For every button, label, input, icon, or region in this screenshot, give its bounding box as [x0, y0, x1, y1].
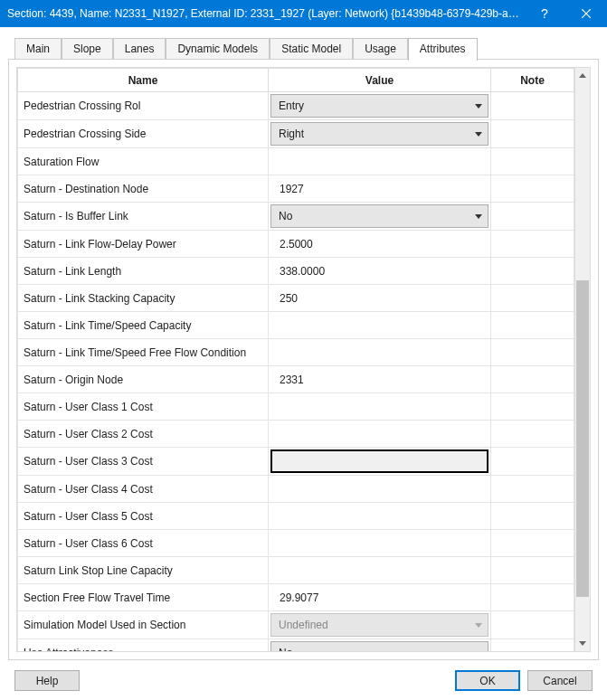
combo-box[interactable]: No: [270, 641, 488, 652]
attr-note[interactable]: [491, 557, 574, 584]
attr-value[interactable]: Undefined: [269, 611, 491, 639]
tab-lanes[interactable]: Lanes: [113, 38, 166, 60]
attr-value[interactable]: Entry: [269, 92, 491, 120]
combo-box[interactable]: No: [270, 204, 488, 228]
attr-name: Saturn - User Class 6 Cost: [18, 530, 269, 557]
table-row: Saturn - Link Length338.0000: [18, 258, 574, 285]
col-value[interactable]: Value: [269, 69, 491, 92]
attr-name: Pedestrian Crossing Side: [18, 120, 269, 148]
attr-note[interactable]: [491, 312, 574, 339]
chevron-down-icon: [475, 651, 482, 653]
tab-usage[interactable]: Usage: [353, 38, 408, 60]
table-row: Saturn - Is Buffer LinkNo: [18, 203, 574, 231]
attr-value[interactable]: No: [269, 639, 491, 653]
attr-note[interactable]: [491, 175, 574, 203]
tab-dynamic-models[interactable]: Dynamic Models: [166, 38, 270, 60]
attr-note[interactable]: [491, 584, 574, 611]
table-row: Saturn - Link Time/Speed Capacity: [18, 312, 574, 339]
table-row: Section Free Flow Travel Time29.9077: [18, 584, 574, 611]
attr-value[interactable]: [269, 448, 491, 476]
combo-box[interactable]: Right: [270, 122, 488, 146]
attr-value[interactable]: [269, 476, 491, 503]
attr-note[interactable]: [491, 611, 574, 639]
attr-note[interactable]: [491, 530, 574, 557]
scroll-down-icon[interactable]: [575, 636, 590, 651]
attr-value[interactable]: [269, 530, 491, 557]
table-row: Saturn Link Stop Line Capacity: [18, 557, 574, 584]
attr-note[interactable]: [491, 421, 574, 448]
scrollbar-thumb[interactable]: [576, 280, 589, 597]
attr-note[interactable]: [491, 448, 574, 476]
text-value: 29.9077: [276, 591, 483, 604]
table-row: Saturation Flow: [18, 148, 574, 175]
attributes-grid: Name Value Note Pedestrian Crossing RolE…: [16, 67, 575, 652]
col-note[interactable]: Note: [491, 69, 574, 92]
table-row: Saturn - Link Time/Speed Free Flow Condi…: [18, 339, 574, 366]
tab-attributes[interactable]: Attributes: [408, 38, 478, 61]
cancel-button[interactable]: Cancel: [527, 670, 593, 691]
attr-note[interactable]: [491, 285, 574, 312]
attr-value[interactable]: [269, 393, 491, 421]
attr-name: Saturn - User Class 3 Cost: [18, 448, 269, 476]
attr-value[interactable]: [269, 421, 491, 448]
attr-note[interactable]: [491, 393, 574, 421]
attr-value[interactable]: [269, 503, 491, 530]
attr-note[interactable]: [491, 366, 574, 393]
attr-value[interactable]: Right: [269, 120, 491, 148]
attr-value[interactable]: [269, 339, 491, 366]
title-bar: Section: 4439, Name: N2331_N1927, Extern…: [0, 0, 607, 27]
ok-button[interactable]: OK: [455, 670, 520, 691]
attr-name: Saturn - Origin Node: [18, 366, 269, 393]
scroll-up-icon[interactable]: [575, 68, 590, 83]
attr-name: Saturn - User Class 4 Cost: [18, 476, 269, 503]
attr-name: Saturn Link Stop Line Capacity: [18, 557, 269, 584]
attr-value[interactable]: No: [269, 203, 491, 231]
attr-note[interactable]: [491, 476, 574, 503]
attr-name: Saturn - Link Stacking Capacity: [18, 285, 269, 312]
attr-note[interactable]: [491, 639, 574, 653]
attr-name: Pedestrian Crossing Rol: [18, 92, 269, 120]
help-icon[interactable]: ?: [524, 0, 565, 27]
tab-static-model[interactable]: Static Model: [270, 38, 353, 60]
attr-value[interactable]: 2.5000: [269, 231, 491, 258]
attr-note[interactable]: [491, 203, 574, 231]
combo-box[interactable]: Entry: [270, 94, 488, 118]
attr-name: Saturn - User Class 1 Cost: [18, 393, 269, 421]
attr-value[interactable]: 1927: [269, 175, 491, 203]
client-area: Main Slope Lanes Dynamic Models Static M…: [0, 27, 607, 700]
tab-main[interactable]: Main: [14, 38, 62, 60]
attr-name: Saturn - Link Flow-Delay Power: [18, 231, 269, 258]
attr-note[interactable]: [491, 92, 574, 120]
table-row: Saturn - User Class 4 Cost: [18, 476, 574, 503]
attr-value[interactable]: [269, 148, 491, 175]
attr-name: Saturn - Link Time/Speed Free Flow Condi…: [18, 339, 269, 366]
attr-note[interactable]: [491, 503, 574, 530]
attr-value[interactable]: [269, 557, 491, 584]
attr-value[interactable]: 29.9077: [269, 584, 491, 611]
col-name[interactable]: Name: [18, 69, 269, 92]
table-row: Saturn - User Class 6 Cost: [18, 530, 574, 557]
attr-value[interactable]: 250: [269, 285, 491, 312]
attr-value[interactable]: 2331: [269, 366, 491, 393]
attr-value[interactable]: [269, 312, 491, 339]
text-value: 338.0000: [276, 265, 483, 278]
attr-name: Saturn - User Class 2 Cost: [18, 421, 269, 448]
table-row: Saturn - Link Stacking Capacity250: [18, 285, 574, 312]
attr-note[interactable]: [491, 120, 574, 148]
help-button[interactable]: Help: [14, 670, 80, 691]
attr-name: Saturation Flow: [18, 148, 269, 175]
tab-slope[interactable]: Slope: [62, 38, 113, 60]
combo-value: Right: [279, 128, 475, 140]
close-icon[interactable]: [565, 0, 607, 27]
vertical-scrollbar[interactable]: [575, 67, 591, 652]
attr-note[interactable]: [491, 148, 574, 175]
active-edit-cell[interactable]: [270, 449, 488, 473]
attr-note[interactable]: [491, 258, 574, 285]
combo-value: No: [279, 210, 475, 222]
table-header-row: Name Value Note: [18, 69, 574, 92]
table-row: Pedestrian Crossing SideRight: [18, 120, 574, 148]
attr-note[interactable]: [491, 231, 574, 258]
attr-note[interactable]: [491, 339, 574, 366]
table-row: Use AttractivenessNo: [18, 639, 574, 653]
attr-value[interactable]: 338.0000: [269, 258, 491, 285]
